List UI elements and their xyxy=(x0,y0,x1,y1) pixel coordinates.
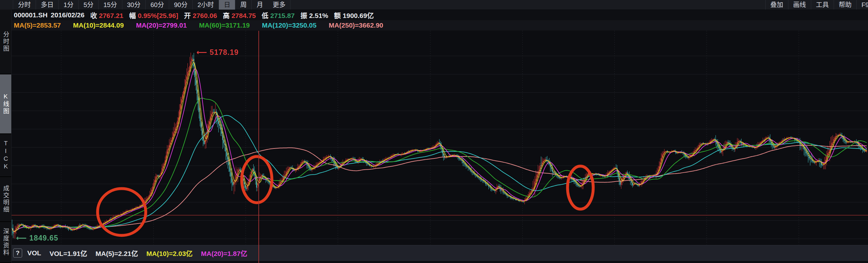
menu-drawline[interactable]: 画线 xyxy=(788,0,811,10)
tool-menu: 叠加 画线 工具 帮助 F9 xyxy=(765,0,868,10)
field-high: 高2784.75 xyxy=(223,10,256,20)
tab-30min[interactable]: 30分 xyxy=(122,0,146,10)
menu-tools[interactable]: 工具 xyxy=(811,0,834,10)
menu-overlay[interactable]: 叠加 xyxy=(765,0,788,10)
ma-legend-bar: MA(5)=2853.57 MA(10)=2844.09 MA(20)=2799… xyxy=(11,20,868,30)
top-toolbar: 分时 多日 1分 5分 15分 30分 60分 90分 2小时 日 周 月 更多… xyxy=(0,0,868,10)
left-sidebar: 分时图 K线图 TICK 成交明细 深度资料 xyxy=(0,10,11,263)
vol-ma10: MA(10)=2.03亿 xyxy=(146,248,193,258)
ma250-legend: MA(250)=3662.90 xyxy=(329,22,383,29)
vol-ma5: MA(5)=2.21亿 xyxy=(95,248,138,258)
ma20-legend: MA(20)=2799.01 xyxy=(136,22,187,29)
tab-5min[interactable]: 5分 xyxy=(78,0,98,10)
sidebar-item-tick[interactable]: TICK xyxy=(0,134,11,177)
field-open: 开2760.06 xyxy=(184,10,217,20)
quote-info-bar: 000001.SH 2016/02/26 收2767.21 幅0.95%[25.… xyxy=(11,10,868,20)
quote-date: 2016/02/26 xyxy=(51,11,85,19)
ma120-legend: MA(120)=3250.05 xyxy=(262,22,316,29)
tab-more[interactable]: 更多 xyxy=(268,0,290,10)
crosshair-vertical-line[interactable] xyxy=(258,31,259,263)
kline-app: { "toolbar": { "tabs": [ {"label":"分时","… xyxy=(0,0,868,263)
field-turnover: 额1900.69亿 xyxy=(334,10,374,20)
vol-title: VOL xyxy=(27,249,41,257)
menu-help[interactable]: 帮助 xyxy=(834,0,857,10)
tab-weekly[interactable]: 周 xyxy=(235,0,251,10)
field-low: 低2715.87 xyxy=(261,10,295,20)
sidebar-item-shendu[interactable]: 深度资料 xyxy=(0,222,11,263)
tab-1min[interactable]: 1分 xyxy=(58,0,78,10)
help-icon[interactable]: ? xyxy=(13,249,22,258)
vol-ma20: MA(20)=1.87亿 xyxy=(201,248,247,258)
kline-chart-canvas[interactable] xyxy=(0,0,868,263)
tab-15min[interactable]: 15分 xyxy=(98,0,122,10)
symbol-code: 000001.SH xyxy=(14,11,48,19)
tab-90min[interactable]: 90分 xyxy=(169,0,192,10)
sidebar-item-fenshitu[interactable]: 分时图 xyxy=(0,10,11,74)
tab-monthly[interactable]: 月 xyxy=(251,0,268,10)
ma60-legend: MA(60)=3171.19 xyxy=(199,22,250,29)
period-tabs: 分时 多日 1分 5分 15分 30分 60分 90分 2小时 日 周 月 更多 xyxy=(13,0,290,10)
field-close: 收2767.21 xyxy=(90,10,123,20)
tab-fenshi[interactable]: 分时 xyxy=(13,0,36,10)
ma5-legend: MA(5)=2853.57 xyxy=(14,22,61,29)
tab-2hour[interactable]: 2小时 xyxy=(192,0,219,10)
high-price-annotation: ⟵ 5178.19 xyxy=(196,48,239,57)
sidebar-item-chengjiaomingxi[interactable]: 成交明细 xyxy=(0,177,11,222)
low-price-annotation: ⟵ 1849.65 xyxy=(16,234,58,242)
tab-duori[interactable]: 多日 xyxy=(36,0,58,10)
field-amplitude: 振2.51% xyxy=(301,10,329,20)
volume-legend-bar: ? VOL VOL=1.91亿 MA(5)=2.21亿 MA(10)=2.03亿… xyxy=(11,245,868,261)
sidebar-item-klinetu[interactable]: K线图 xyxy=(0,74,11,134)
vol-value: VOL=1.91亿 xyxy=(50,248,87,258)
field-change: 幅0.95%[25.96] xyxy=(129,10,178,20)
tab-daily[interactable]: 日 xyxy=(219,0,235,10)
menu-f9[interactable]: F9 xyxy=(857,0,868,10)
tab-60min[interactable]: 60分 xyxy=(146,0,169,10)
ma10-legend: MA(10)=2844.09 xyxy=(73,22,124,29)
